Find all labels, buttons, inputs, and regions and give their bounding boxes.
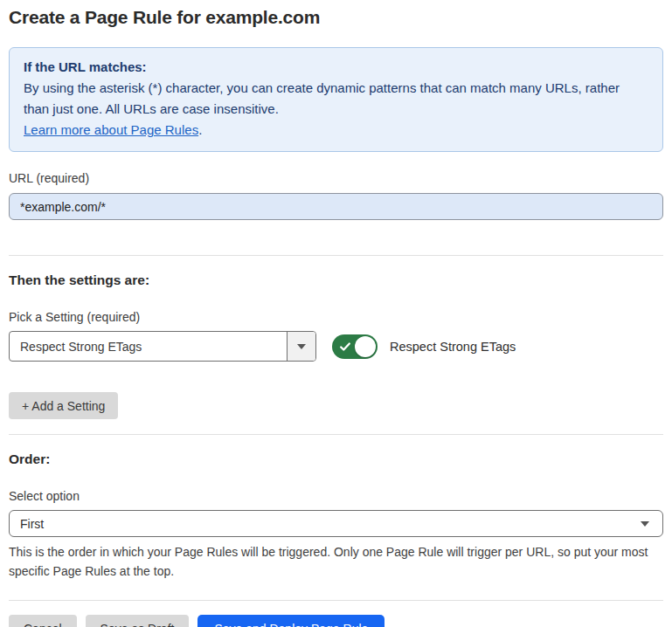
settings-section-heading: Then the settings are: [9,272,663,288]
save-deploy-button[interactable]: Save and Deploy Page Rule [197,615,384,627]
order-select-label: Select option [9,489,663,503]
etags-toggle[interactable] [332,334,378,359]
info-box-body: By using the asterisk (*) character, you… [24,78,648,120]
setting-select[interactable]: Respect Strong ETags [9,331,316,362]
setting-select-value: Respect Strong ETags [10,332,287,361]
footer-actions: Cancel Save as Draft Save and Deploy Pag… [9,615,663,627]
chevron-down-icon [297,344,306,349]
url-match-info-box: If the URL matches: By using the asteris… [9,47,663,152]
divider [9,600,663,601]
pick-setting-label: Pick a Setting (required) [9,310,663,324]
page-title: Create a Page Rule for example.com [9,7,663,28]
chevron-down-icon [641,521,649,527]
info-box-link-line: Learn more about Page Rules. [24,120,648,141]
toggle-knob [355,336,376,357]
order-select-value: First [20,517,44,531]
learn-more-link[interactable]: Learn more about Page Rules [24,122,198,137]
save-draft-button[interactable]: Save as Draft [86,615,190,627]
cancel-button[interactable]: Cancel [9,615,77,627]
divider [9,255,663,256]
add-setting-button[interactable]: + Add a Setting [9,392,118,419]
url-field-label: URL (required) [9,171,663,185]
url-input[interactable] [9,193,663,220]
divider [9,434,663,435]
create-page-rule-panel: Create a Page Rule for example.com If th… [0,0,672,627]
checkmark-icon [339,341,351,353]
order-section-heading: Order: [9,451,663,467]
info-box-heading: If the URL matches: [24,57,648,78]
setting-select-arrow-button[interactable] [287,332,315,361]
order-select[interactable]: First [9,510,663,537]
toggle-label: Respect Strong ETags [390,340,516,354]
link-suffix: . [198,122,202,137]
order-help-text: This is the order in which your Page Rul… [9,542,663,581]
setting-row: Respect Strong ETags Respect Strong ETag… [9,331,663,362]
